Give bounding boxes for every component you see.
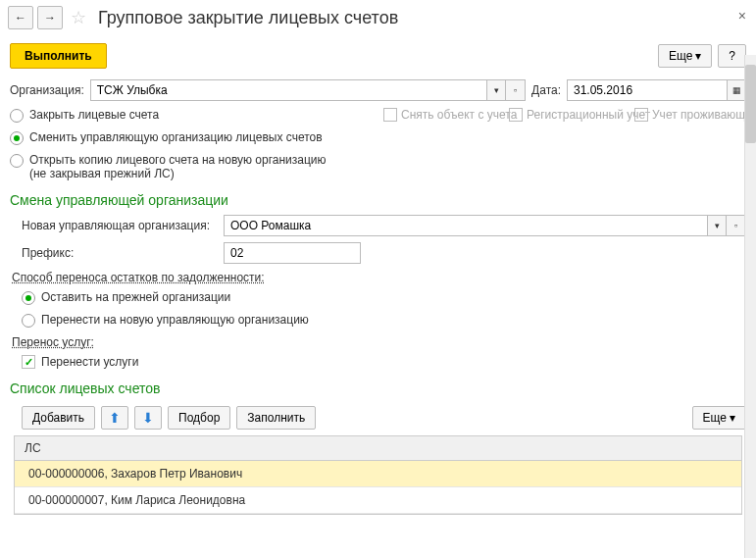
svc-move-label: Перенести услуги — [41, 355, 138, 369]
fill-button[interactable]: Заполнить — [236, 406, 316, 430]
open-icon: ▫ — [514, 85, 517, 95]
reg-checkbox — [509, 108, 523, 122]
mode-close-radio[interactable] — [10, 109, 24, 123]
add-button[interactable]: Добавить — [22, 406, 95, 430]
favorite-star-icon[interactable]: ☆ — [71, 7, 86, 28]
section-change-title: Смена управляющей организации — [0, 184, 756, 212]
new-org-dropdown-button[interactable]: ▾ — [707, 215, 727, 236]
open-icon: ▫ — [734, 221, 737, 230]
prefix-input[interactable] — [224, 242, 361, 264]
org-dropdown-button[interactable]: ▾ — [486, 79, 506, 101]
mode-change-radio[interactable] — [10, 131, 24, 145]
move-down-button[interactable]: ⬇ — [134, 406, 162, 430]
debt-method-label: Способ переноса остатков по задолженност… — [12, 267, 756, 286]
move-up-button[interactable]: ⬆ — [101, 406, 128, 430]
table-header-ls[interactable]: ЛС — [15, 436, 741, 461]
prefix-label: Префикс: — [22, 246, 218, 260]
nav-back-button[interactable]: ← — [8, 6, 33, 29]
svc-move-checkbox[interactable] — [22, 355, 35, 369]
arrow-down-icon: ⬇ — [142, 410, 154, 426]
mode-copy-label-2: (не закрывая прежний ЛС) — [29, 167, 327, 180]
table-row[interactable]: 00-000000007, Ким Лариса Леонидовна — [15, 487, 741, 514]
residents-label: Учет проживающих — [652, 108, 756, 122]
date-label: Дата: — [531, 83, 561, 97]
chevron-down-icon: ▾ — [730, 411, 735, 425]
execute-button[interactable]: Выполнить — [10, 43, 107, 69]
close-button[interactable]: × — [738, 8, 746, 24]
accounts-table: ЛС 00-000000006, Захаров Петр Иванович 0… — [14, 435, 742, 515]
svc-label: Перенос услуг: — [12, 331, 756, 351]
pick-button[interactable]: Подбор — [168, 406, 230, 430]
arrow-up-icon: ⬆ — [109, 410, 121, 426]
scrollbar-thumb[interactable] — [745, 65, 756, 143]
mode-copy-label-1: Открыть копию лицевого счета на новую ор… — [29, 153, 327, 167]
section-list-title: Список лицевых счетов — [0, 373, 756, 400]
reg-label: Регистрационный учет — [527, 108, 650, 122]
residents-checkbox — [634, 108, 648, 122]
org-field[interactable]: ▾ ▫ — [90, 79, 526, 101]
page-title: Групповое закрытие лицевых счетов — [98, 8, 398, 28]
debt-move-label: Перенести на новую управляющую организац… — [41, 313, 309, 327]
remove-object-label: Снять объект с учета — [401, 108, 517, 122]
help-button[interactable]: ? — [718, 44, 746, 68]
chevron-down-icon: ▾ — [695, 49, 701, 63]
debt-keep-radio[interactable] — [22, 291, 35, 305]
vertical-scrollbar[interactable] — [744, 55, 756, 558]
table-row[interactable]: 00-000000006, Захаров Петр Иванович — [15, 461, 741, 487]
arrow-left-icon: ← — [15, 11, 26, 25]
date-field[interactable]: ▦ — [567, 79, 746, 101]
new-org-label: Новая управляющая организация: — [22, 219, 218, 232]
date-input[interactable] — [567, 79, 727, 101]
chevron-down-icon: ▾ — [494, 85, 499, 95]
arrow-right-icon: → — [44, 11, 56, 25]
new-org-field[interactable]: ▾ ▫ — [224, 215, 746, 236]
mode-close-label: Закрыть лицевые счета — [29, 108, 159, 122]
mode-copy-radio[interactable] — [10, 154, 24, 168]
calendar-button[interactable]: ▦ — [727, 79, 746, 101]
calendar-icon: ▦ — [732, 85, 741, 95]
remove-object-checkbox — [383, 108, 397, 122]
list-more-button[interactable]: Еще▾ — [692, 406, 746, 430]
more-button[interactable]: Еще▾ — [658, 44, 712, 68]
debt-keep-label: Оставить на прежней организации — [41, 290, 230, 304]
chevron-down-icon: ▾ — [715, 221, 720, 230]
nav-forward-button[interactable]: → — [37, 6, 63, 29]
org-label: Организация: — [10, 83, 84, 97]
new-org-open-button[interactable]: ▫ — [727, 215, 746, 236]
mode-change-label: Сменить управляющую организацию лицевых … — [29, 130, 323, 144]
debt-move-radio[interactable] — [22, 314, 35, 328]
org-input[interactable] — [90, 79, 486, 101]
org-open-button[interactable]: ▫ — [506, 79, 526, 101]
new-org-input[interactable] — [224, 215, 707, 236]
